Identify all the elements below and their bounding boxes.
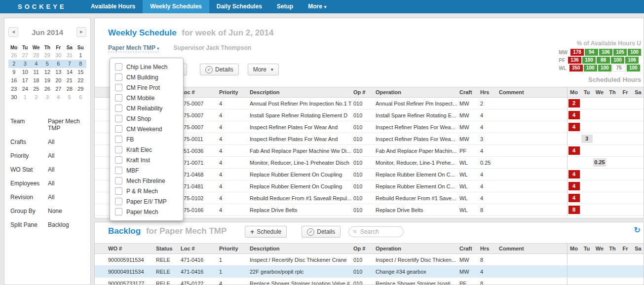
calendar-day[interactable]: 5	[64, 93, 76, 102]
scheduled-hours-marker[interactable]: 4	[568, 123, 580, 131]
filter-revision[interactable]: RevisionAll	[4, 190, 90, 204]
nav-tab-weekly-schedules[interactable]: Weekly Schedules	[143, 0, 209, 13]
calendar-day[interactable]: 30	[53, 51, 64, 60]
checkbox-unchecked-icon[interactable]	[115, 94, 122, 102]
scheduled-hours-marker[interactable]: 4	[568, 182, 580, 190]
calendar-day[interactable]: 16	[8, 76, 20, 85]
checkbox-unchecked-icon[interactable]	[115, 73, 122, 81]
scheduled-hours-marker[interactable]: 3	[581, 135, 593, 143]
team-option-paper-e-i-tmp[interactable]: Paper E/I/ TMP	[110, 196, 183, 207]
team-option-mech-fibreline[interactable]: Mech Fibreline	[110, 176, 183, 186]
refresh-icon[interactable]: ↻	[634, 226, 641, 234]
filter-value[interactable]: All	[48, 194, 84, 201]
team-option-chip-line-mech[interactable]: Chip Line Mech	[110, 62, 183, 72]
filter-value[interactable]: All	[48, 152, 84, 159]
calendar-next-button[interactable]: ▶	[76, 27, 86, 37]
calendar-day[interactable]: 6	[53, 60, 64, 68]
search-box[interactable]	[348, 226, 404, 237]
team-option-paper-mech[interactable]: Paper Mech	[110, 207, 183, 217]
calendar-day[interactable]: 20	[53, 76, 64, 85]
filter-wo-stat[interactable]: WO StatAll	[4, 163, 90, 177]
scheduled-hours-marker[interactable]: 4	[568, 170, 580, 178]
calendar-day[interactable]: 6	[75, 93, 86, 102]
nav-tab-available-hours[interactable]: Available Hours	[83, 0, 143, 13]
calendar-day[interactable]: 23	[8, 85, 20, 93]
checkbox-unchecked-icon[interactable]	[115, 146, 122, 153]
calendar-day[interactable]: 25	[31, 85, 42, 93]
calendar-day[interactable]: 26	[8, 51, 20, 60]
scheduled-hours-marker[interactable]: 4	[568, 146, 580, 155]
calendar-day[interactable]: 5	[42, 60, 53, 68]
filter-value[interactable]: Paper Mech TMP	[48, 118, 84, 132]
calendar-day[interactable]: 30	[8, 93, 20, 102]
calendar-prev-button[interactable]: ◀	[8, 27, 18, 37]
filter-value[interactable]: Backlog	[48, 221, 84, 228]
nav-tab-daily-schedules[interactable]: Daily Schedules	[209, 0, 269, 13]
table-row[interactable]: 900004911534RELE471-0416122F gearbox/pop…	[95, 266, 644, 278]
team-option-cm-reliability[interactable]: CM Reliability	[110, 103, 183, 113]
filter-employees[interactable]: EmployeesAll	[4, 177, 90, 190]
calendar-day[interactable]: 14	[64, 68, 76, 76]
checkbox-unchecked-icon[interactable]	[115, 125, 122, 133]
filter-crafts[interactable]: CraftsAll	[4, 135, 90, 149]
filter-split-pane[interactable]: Split PaneBacklog	[4, 218, 90, 232]
checkbox-unchecked-icon[interactable]	[115, 136, 122, 143]
filter-priority[interactable]: PriorityAll	[4, 149, 90, 163]
calendar-day[interactable]: 18	[31, 76, 42, 85]
calendar-day[interactable]: 1	[20, 93, 31, 102]
filter-group-by[interactable]: Group ByNone	[4, 204, 90, 218]
calendar-day[interactable]: 13	[53, 68, 64, 76]
calendar-day[interactable]: 26	[42, 85, 53, 93]
search-input[interactable]	[359, 228, 399, 236]
table-row[interactable]: 900005733177RELE475-01224Replace Shower …	[95, 278, 644, 285]
calendar-day[interactable]: 29	[75, 85, 86, 93]
calendar-day[interactable]: 10	[20, 68, 31, 76]
team-option-fb[interactable]: FB	[110, 134, 183, 144]
calendar-day[interactable]: 21	[64, 76, 76, 85]
backlog-schedule-button[interactable]: +Schedule	[245, 226, 287, 238]
team-option-kraft-elec[interactable]: Kraft Elec	[110, 144, 183, 155]
calendar-day[interactable]: 11	[31, 68, 42, 76]
scheduled-hours-marker[interactable]: 8	[568, 206, 580, 214]
calendar-day[interactable]: 9	[8, 68, 20, 76]
checkbox-unchecked-icon[interactable]	[115, 105, 122, 112]
calendar-day[interactable]: 29	[42, 51, 53, 60]
checkbox-unchecked-icon[interactable]	[115, 208, 122, 215]
filter-value[interactable]: All	[48, 180, 84, 187]
filter-team[interactable]: TeamPaper Mech TMP	[4, 114, 90, 135]
checkbox-unchecked-icon[interactable]	[115, 84, 122, 91]
calendar-day[interactable]: 19	[42, 76, 53, 85]
calendar-day[interactable]: 2	[31, 93, 42, 102]
scheduled-hours-marker[interactable]: 2	[568, 99, 580, 107]
calendar-day[interactable]: 15	[75, 68, 86, 76]
filter-value[interactable]: None	[48, 208, 84, 214]
calendar-day[interactable]: 28	[64, 85, 76, 93]
team-option-p-r-mech[interactable]: P & R Mech	[110, 186, 183, 196]
calendar-day[interactable]: 3	[20, 60, 31, 68]
nav-tab-setup[interactable]: Setup	[269, 0, 301, 13]
calendar-day[interactable]: 31	[64, 51, 76, 60]
calendar-day[interactable]: 4	[53, 93, 64, 102]
nav-tab-more[interactable]: More▾	[301, 0, 334, 13]
team-option-cm-weekend[interactable]: CM Weekend	[110, 124, 183, 134]
scheduled-hours-marker[interactable]: 4	[568, 111, 580, 119]
backlog-details-button[interactable]: ✓Details	[302, 226, 341, 238]
team-option-cm-building[interactable]: CM Building	[110, 72, 183, 82]
calendar-day[interactable]: 7	[64, 60, 76, 68]
calendar-day[interactable]: 2	[8, 60, 20, 68]
team-option-cm-mobile[interactable]: CM Mobile	[110, 93, 183, 103]
team-selector[interactable]: Paper Mech TMP ▾	[108, 44, 159, 52]
checkbox-unchecked-icon[interactable]	[115, 63, 122, 71]
calendar-day[interactable]: 27	[20, 51, 31, 60]
scheduled-hours-marker[interactable]: 4	[568, 194, 580, 202]
calendar-day[interactable]: 1	[75, 51, 86, 60]
calendar-day[interactable]: 3	[42, 93, 53, 102]
checkbox-unchecked-icon[interactable]	[115, 115, 122, 122]
calendar-day[interactable]: 8	[75, 60, 86, 68]
calendar-day[interactable]: 4	[31, 60, 42, 68]
checkbox-unchecked-icon[interactable]	[115, 156, 122, 164]
team-option-kraft-inst[interactable]: Kraft Inst	[110, 155, 183, 165]
more-button[interactable]: More▾	[248, 64, 279, 75]
table-row[interactable]: 900005911534RELE471-04161Inspect / Recer…	[95, 254, 644, 266]
scheduled-hours-marker[interactable]: 0.25	[593, 158, 606, 167]
